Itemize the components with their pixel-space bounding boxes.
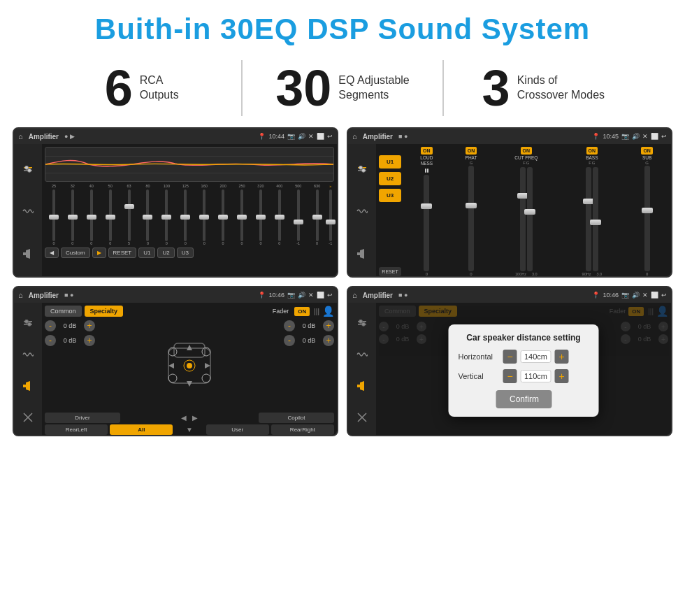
horizontal-plus-btn[interactable]: + <box>555 350 569 364</box>
vertical-plus-btn[interactable]: + <box>555 369 569 383</box>
eq-u2-button[interactable]: U2 <box>157 248 174 258</box>
eq-slider-5[interactable]: 5 <box>120 189 138 245</box>
fader-icon-sliders[interactable] <box>18 313 38 333</box>
bass-on-btn[interactable]: ON <box>586 147 598 155</box>
dist-icon-expand[interactable] <box>352 408 372 427</box>
camera-icon-3[interactable]: 📷 <box>287 292 295 299</box>
sub-slider-track[interactable] <box>644 166 650 271</box>
eq-slider-7[interactable]: 0 <box>157 189 175 245</box>
back-icon-1[interactable]: ↩ <box>327 133 333 140</box>
fader-db4-minus[interactable]: - <box>284 335 295 346</box>
eq-u1-button[interactable]: U1 <box>138 248 155 258</box>
fader-db1-minus[interactable]: - <box>45 320 56 331</box>
x-icon-2[interactable]: ✕ <box>642 133 648 140</box>
eq-icon-wave[interactable] <box>18 201 38 221</box>
fader-rearleft-btn[interactable]: RearLeft <box>45 424 108 435</box>
window-icon-2[interactable]: ⬜ <box>651 133 658 140</box>
volume-icon-3[interactable]: 🔊 <box>298 292 305 299</box>
x-icon-1[interactable]: ✕ <box>308 133 314 140</box>
fader-db3-plus[interactable]: + <box>323 320 334 331</box>
fader-db4-plus[interactable]: + <box>323 335 334 346</box>
eq-reset-button[interactable]: RESET <box>108 248 137 258</box>
eq-slider-11[interactable]: 0 <box>233 189 251 245</box>
x-icon-4[interactable]: ✕ <box>642 292 648 299</box>
eq-icon-speaker[interactable] <box>18 244 38 264</box>
fader-on-badge[interactable]: ON <box>294 307 310 316</box>
eq-slider-4[interactable]: 0 <box>101 189 120 245</box>
vertical-minus-btn[interactable]: − <box>503 369 517 383</box>
fader-profile-icon[interactable]: 👤 <box>322 306 334 317</box>
x-icon-3[interactable]: ✕ <box>308 292 314 299</box>
sub-label: SUB <box>642 155 651 160</box>
back-icon-3[interactable]: ↩ <box>327 292 333 299</box>
eq-slider-13[interactable]: 0 <box>271 189 289 245</box>
fader-tab-specialty[interactable]: Specialty <box>85 306 124 317</box>
eq-custom-button[interactable]: Custom <box>61 248 90 258</box>
phat-slider-track[interactable] <box>468 166 474 271</box>
loudness-slider-track[interactable] <box>424 175 429 271</box>
cutfreq-slider1[interactable] <box>520 167 526 271</box>
volume-icon-2[interactable]: 🔊 <box>632 133 640 140</box>
eq-slider-12[interactable]: 0 <box>252 189 270 245</box>
window-icon-3[interactable]: ⬜ <box>317 292 324 299</box>
window-icon-4[interactable]: ⬜ <box>651 292 658 299</box>
camera-icon-2[interactable]: 📷 <box>621 133 629 140</box>
cutfreq-on-btn[interactable]: ON <box>521 147 533 155</box>
dist-icon-wave[interactable] <box>352 345 372 364</box>
topbar-home-icon-4[interactable]: ⌂ <box>352 291 357 299</box>
eq-icon-sliders[interactable] <box>18 159 38 179</box>
dist-icon-speaker[interactable] <box>352 376 372 396</box>
eq-slider-3[interactable]: 0 <box>82 189 101 245</box>
amp-icon-wave[interactable] <box>352 201 372 221</box>
volume-icon-1[interactable]: 🔊 <box>298 133 305 140</box>
amp-icon-speaker[interactable] <box>352 244 372 264</box>
back-icon-4[interactable]: ↩ <box>661 292 667 299</box>
fader-icon-expand[interactable] <box>18 408 38 427</box>
amp-icon-sliders[interactable] <box>352 159 372 179</box>
eq-slider-16[interactable]: -1 <box>327 189 334 245</box>
camera-icon-4[interactable]: 📷 <box>621 292 629 299</box>
eq-u3-button[interactable]: U3 <box>177 248 194 258</box>
fader-db1-plus[interactable]: + <box>84 320 95 331</box>
fader-icon-wave[interactable] <box>18 345 38 364</box>
amp-preset-u1[interactable]: U1 <box>379 155 401 169</box>
eq-slider-8[interactable]: 0 <box>176 189 194 245</box>
fader-driver-btn[interactable]: Driver <box>45 413 120 423</box>
phat-on-btn[interactable]: ON <box>466 147 477 155</box>
camera-icon-1[interactable]: 📷 <box>287 133 295 140</box>
fader-db2-minus[interactable]: - <box>45 335 56 346</box>
eq-play-button[interactable]: ▶ <box>92 248 106 258</box>
eq-slider-9[interactable]: 0 <box>195 189 213 245</box>
dialog-confirm-button[interactable]: Confirm <box>496 390 551 408</box>
fader-all-btn[interactable]: All <box>110 424 173 435</box>
back-icon-2[interactable]: ↩ <box>661 133 667 140</box>
eq-slider-10[interactable]: 0 <box>214 189 232 245</box>
volume-icon-4[interactable]: 🔊 <box>632 292 640 299</box>
fader-icon-speaker[interactable] <box>18 376 38 396</box>
loudness-on-btn[interactable]: ON <box>421 147 433 155</box>
window-icon-1[interactable]: ⬜ <box>317 133 324 140</box>
eq-slider-2[interactable]: 0 <box>64 189 82 245</box>
cutfreq-slider2[interactable] <box>527 167 533 271</box>
fader-rearright-btn[interactable]: RearRight <box>271 424 334 435</box>
topbar-home-icon-3[interactable]: ⌂ <box>18 291 23 299</box>
amp-reset-btn[interactable]: RESET <box>379 267 401 276</box>
horizontal-minus-btn[interactable]: − <box>503 350 517 364</box>
dist-icon-sliders[interactable] <box>352 313 372 333</box>
fader-db2-plus[interactable]: + <box>84 335 95 346</box>
eq-slider-14[interactable]: -1 <box>289 189 308 245</box>
amp-preset-u2[interactable]: U2 <box>379 172 401 185</box>
eq-slider-6[interactable]: 0 <box>139 189 157 245</box>
eq-slider-15[interactable]: 0 <box>308 189 326 245</box>
eq-prev-button[interactable]: ◀ <box>45 248 59 258</box>
fader-copilot-btn[interactable]: Copilot <box>259 413 334 423</box>
fader-tab-common[interactable]: Common <box>45 306 82 317</box>
fader-user-btn[interactable]: User <box>206 424 269 435</box>
sub-on-btn[interactable]: ON <box>641 147 653 155</box>
bass-slider2[interactable] <box>593 167 598 271</box>
topbar-home-icon-2[interactable]: ⌂ <box>352 132 357 141</box>
amp-preset-u3[interactable]: U3 <box>379 189 401 202</box>
eq-slider-1[interactable]: 0 <box>45 189 63 245</box>
fader-db3-minus[interactable]: - <box>284 320 295 331</box>
topbar-home-icon-1[interactable]: ⌂ <box>18 132 23 141</box>
